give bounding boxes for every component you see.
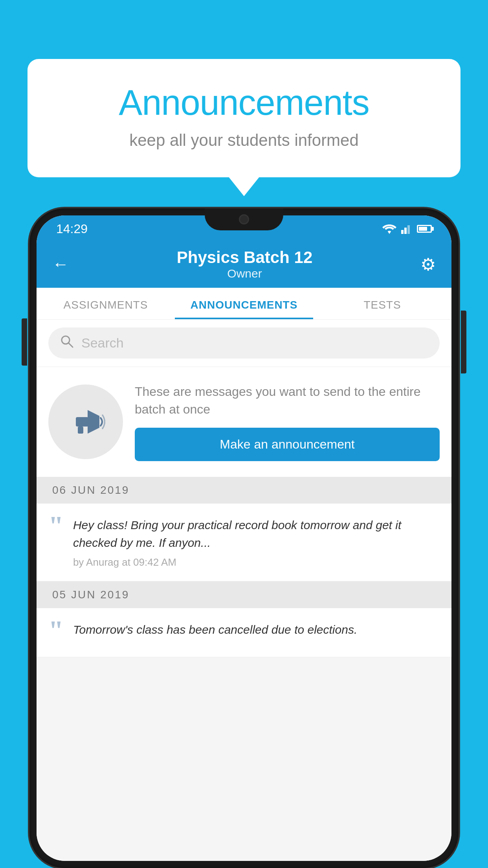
search-icon — [60, 335, 73, 351]
megaphone-icon — [66, 402, 105, 441]
promo-text-group: These are messages you want to send to t… — [135, 383, 440, 461]
announcement-meta-1: by Anurag at 09:42 AM — [73, 556, 440, 568]
header-subtitle: Owner — [177, 267, 313, 280]
signal-icon — [401, 224, 412, 234]
bubble-title: Announcements — [59, 83, 429, 123]
promo-description: These are messages you want to send to t… — [135, 383, 440, 418]
announcement-text-1: Hey class! Bring your practical record b… — [73, 516, 440, 552]
svg-line-4 — [69, 343, 73, 347]
date-text-2: 05 JUN 2019 — [52, 588, 129, 601]
date-separator-1: 06 JUN 2019 — [37, 477, 451, 504]
search-bar-container: Search — [37, 320, 451, 366]
speech-bubble: Announcements keep all your students inf… — [28, 59, 460, 177]
svg-rect-1 — [404, 228, 407, 234]
svg-rect-7 — [78, 427, 83, 434]
search-placeholder: Search — [81, 335, 124, 351]
date-text-1: 06 JUN 2019 — [52, 484, 129, 497]
header-title: Physics Batch 12 — [177, 248, 313, 267]
promo-icon-circle — [48, 384, 123, 459]
notch-camera — [239, 214, 249, 224]
battery-icon — [417, 225, 432, 233]
search-bar[interactable]: Search — [48, 327, 440, 359]
status-icons — [382, 224, 432, 234]
quote-icon-1: " — [48, 512, 64, 540]
date-separator-2: 05 JUN 2019 — [37, 581, 451, 608]
phone-outer: 14:29 — [29, 208, 459, 868]
wifi-icon — [382, 224, 396, 234]
tabs-bar: ASSIGNMENTS ANNOUNCEMENTS TESTS — [37, 288, 451, 320]
status-time: 14:29 — [56, 222, 88, 236]
gear-icon[interactable]: ⚙ — [420, 254, 436, 274]
svg-rect-0 — [401, 230, 404, 234]
announcement-content-2: Tomorrow's class has been cancelled due … — [73, 621, 440, 643]
app-header: ← Physics Batch 12 Owner ⚙ — [37, 241, 451, 288]
promo-block: These are messages you want to send to t… — [37, 367, 451, 477]
content-area: Search — [37, 320, 451, 861]
phone-screen: 14:29 — [37, 215, 451, 861]
phone-wrapper: 14:29 — [29, 208, 459, 868]
back-button[interactable]: ← — [52, 255, 69, 274]
phone-notch — [205, 208, 283, 230]
svg-rect-2 — [407, 225, 410, 234]
svg-marker-5 — [88, 410, 99, 434]
announcement-text-2: Tomorrow's class has been cancelled due … — [73, 621, 440, 638]
svg-rect-6 — [76, 417, 88, 427]
announcement-item-1[interactable]: " Hey class! Bring your practical record… — [37, 504, 451, 581]
tab-assignments[interactable]: ASSIGNMENTS — [37, 288, 175, 319]
speech-bubble-container: Announcements keep all your students inf… — [28, 59, 460, 177]
make-announcement-button[interactable]: Make an announcement — [135, 428, 440, 461]
quote-icon-2: " — [48, 617, 64, 644]
tab-tests[interactable]: TESTS — [313, 288, 451, 319]
announcement-content-1: Hey class! Bring your practical record b… — [73, 516, 440, 568]
bubble-subtitle: keep all your students informed — [59, 131, 429, 150]
tab-announcements[interactable]: ANNOUNCEMENTS — [175, 288, 313, 319]
header-title-group: Physics Batch 12 Owner — [177, 248, 313, 280]
announcement-item-2[interactable]: " Tomorrow's class has been cancelled du… — [37, 608, 451, 657]
